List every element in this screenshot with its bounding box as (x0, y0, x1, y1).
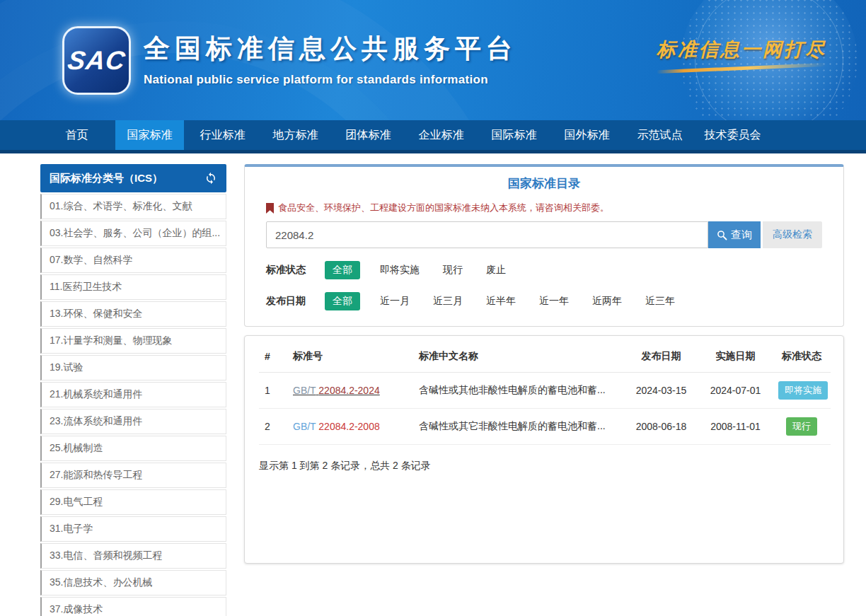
notice-banner: 食品安全、环境保护、工程建设方面的国家标准未纳入本系统，请咨询相关部委。 (266, 202, 822, 214)
implement-date: 2024-07-01 (698, 373, 773, 409)
nav-item-enterprise-standards[interactable]: 企业标准 (407, 120, 475, 150)
sidebar-item-ics-03[interactable]: 03.社会学、服务、公司（企业）的组... (40, 221, 226, 246)
search-panel: 国家标准目录 食品安全、环境保护、工程建设方面的国家标准未纳入本系统，请咨询相关… (244, 164, 844, 327)
date-filter-label: 发布日期 (266, 295, 308, 308)
date-filter-row: 发布日期 全部 近一月 近三月 近半年 近一年 近两年 近三年 (266, 291, 822, 310)
nav-item-national-standards[interactable]: 国家标准 (115, 120, 184, 150)
search-icon (717, 230, 727, 240)
sidebar-item-ics-11[interactable]: 11.医药卫生技术 (40, 274, 226, 300)
publish-date: 2024-03-15 (624, 373, 698, 409)
sidebar-item-ics-35[interactable]: 35.信息技术、办公机械 (40, 570, 226, 595)
status-badge: 现行 (786, 417, 817, 436)
col-header-pub-date: 发布日期 (624, 339, 698, 373)
sidebar-item-ics-19[interactable]: 19.试验 (40, 355, 226, 380)
sidebar-item-ics-27[interactable]: 27.能源和热传导工程 (40, 463, 226, 488)
standard-code-number: 22084.2-2024 (318, 385, 379, 396)
col-header-status: 标准状态 (773, 339, 831, 373)
status-filter-current[interactable]: 现行 (443, 264, 463, 277)
table-row: 1 GB/T 22084.2-2024 含碱性或其他非酸性电解质的蓄电池和蓄..… (259, 373, 831, 409)
nav-item-international-standards[interactable]: 国际标准 (480, 120, 548, 150)
site-title: 全国标准信息公共服务平台 (144, 31, 517, 66)
search-button[interactable]: 查询 (708, 221, 761, 248)
results-panel: # 标准号 标准中文名称 发布日期 实施日期 标准状态 1 GB/T (244, 335, 844, 564)
date-filter-3years[interactable]: 近三年 (645, 295, 675, 308)
row-index: 1 (259, 373, 287, 409)
nav-item-group-standards[interactable]: 团体标准 (334, 120, 403, 150)
table-row: 2 GB/T 22084.2-2008 含碱性或其它非酸性电解质的蓄电池和蓄..… (259, 409, 831, 445)
sidebar-title: 国际标准分类号（ICS） (50, 172, 163, 185)
sidebar-item-ics-17[interactable]: 17.计量学和测量、物理现象 (40, 328, 226, 354)
refresh-icon[interactable] (204, 172, 217, 185)
nav-item-technical-committees[interactable]: 技术委员会 (698, 120, 767, 150)
table-header-row: # 标准号 标准中文名称 发布日期 实施日期 标准状态 (259, 339, 831, 373)
implement-date: 2008-11-01 (698, 409, 773, 445)
sidebar-item-ics-25[interactable]: 25.机械制造 (40, 436, 226, 461)
standard-code-prefix: GB/T (293, 421, 316, 432)
page-title: 国家标准目录 (266, 175, 822, 192)
sidebar-item-ics-07[interactable]: 07.数学、自然科学 (40, 248, 226, 273)
site-header: SAC 全国标准信息公共服务平台 National public service… (0, 0, 866, 120)
sidebar-item-ics-01[interactable]: 01.综合、术语学、标准化、文献 (40, 194, 226, 219)
status-filter-abolished[interactable]: 废止 (486, 264, 506, 277)
standard-code-prefix: GB/T (293, 385, 316, 396)
sac-logo[interactable]: SAC (62, 26, 131, 95)
date-filter-3months[interactable]: 近三月 (433, 295, 463, 308)
col-header-index: # (259, 339, 287, 373)
standard-link[interactable]: GB/T 22084.2-2024 (293, 385, 380, 396)
search-button-label: 查询 (731, 228, 752, 242)
sac-logo-text: SAC (66, 46, 127, 76)
page-content: 国际标准分类号（ICS） 01.综合、术语学、标准化、文献 03.社会学、服务、… (0, 153, 866, 616)
date-filter-1month[interactable]: 近一月 (380, 295, 410, 308)
col-header-name: 标准中文名称 (413, 339, 624, 373)
advanced-search-button[interactable]: 高级检索 (763, 221, 822, 248)
nav-item-local-standards[interactable]: 地方标准 (261, 120, 330, 150)
slogan-block: 标准信息一网打尽 (657, 37, 826, 70)
status-badge: 即将实施 (778, 381, 828, 400)
pagination-summary: 显示第 1 到第 2 条记录，总共 2 条记录 (259, 460, 829, 472)
status-filter-label: 标准状态 (266, 264, 308, 277)
standard-link[interactable]: GB/T 22084.2-2008 (293, 421, 380, 432)
standard-name: 含碱性或其它非酸性电解质的蓄电池和蓄... (413, 409, 624, 445)
sidebar-item-ics-13[interactable]: 13.环保、保健和安全 (40, 301, 226, 327)
search-row: 查询 高级检索 (266, 221, 822, 248)
nav-item-pilot-programs[interactable]: 示范试点 (625, 120, 694, 150)
date-filter-2years[interactable]: 近两年 (592, 295, 622, 308)
search-input[interactable] (266, 221, 708, 248)
standard-name: 含碱性或其他非酸性电解质的蓄电池和蓄... (413, 373, 624, 409)
sidebar-item-ics-21[interactable]: 21.机械系统和通用件 (40, 382, 226, 407)
results-table: # 标准号 标准中文名称 发布日期 实施日期 标准状态 1 GB/T (259, 339, 831, 445)
nav-item-industry-standards[interactable]: 行业标准 (188, 120, 257, 150)
sidebar-item-ics-31[interactable]: 31.电子学 (40, 516, 226, 542)
ics-list: 01.综合、术语学、标准化、文献 03.社会学、服务、公司（企业）的组... 0… (40, 194, 226, 616)
bookmark-icon (266, 203, 274, 214)
col-header-code: 标准号 (287, 339, 413, 373)
sidebar-item-ics-23[interactable]: 23.流体系统和通用件 (40, 409, 226, 434)
ics-sidebar: 国际标准分类号（ICS） 01.综合、术语学、标准化、文献 03.社会学、服务、… (40, 164, 226, 616)
date-filter-1year[interactable]: 近一年 (539, 295, 569, 308)
sidebar-item-ics-29[interactable]: 29.电气工程 (40, 489, 226, 515)
status-filter-upcoming[interactable]: 即将实施 (380, 264, 420, 277)
site-subtitle: National public service platform for sta… (144, 73, 517, 87)
main-area: 国家标准目录 食品安全、环境保护、工程建设方面的国家标准未纳入本系统，请咨询相关… (244, 164, 844, 564)
sidebar-item-ics-37[interactable]: 37.成像技术 (40, 597, 226, 616)
row-index: 2 (259, 409, 287, 445)
notice-text: 食品安全、环境保护、工程建设方面的国家标准未纳入本系统，请咨询相关部委。 (278, 202, 609, 214)
site-title-block: 全国标准信息公共服务平台 National public service pla… (144, 31, 517, 87)
date-filter-half-year[interactable]: 近半年 (486, 295, 516, 308)
date-filter-all[interactable]: 全部 (325, 292, 360, 310)
publish-date: 2008-06-18 (624, 409, 698, 445)
nav-item-foreign-standards[interactable]: 国外标准 (553, 120, 621, 150)
standard-code-number: 22084.2-2008 (318, 421, 379, 432)
status-filter-all[interactable]: 全部 (325, 261, 360, 279)
nav-item-home[interactable]: 首页 (42, 120, 111, 150)
sidebar-header[interactable]: 国际标准分类号（ICS） (40, 164, 226, 192)
main-nav: 首页 国家标准 行业标准 地方标准 团体标准 企业标准 国际标准 国外标准 示范… (0, 120, 866, 153)
header-slogan: 标准信息一网打尽 (657, 37, 826, 62)
sidebar-item-ics-33[interactable]: 33.电信、音频和视频工程 (40, 543, 226, 569)
col-header-impl-date: 实施日期 (698, 339, 773, 373)
status-filter-row: 标准状态 全部 即将实施 现行 废止 (266, 260, 822, 279)
